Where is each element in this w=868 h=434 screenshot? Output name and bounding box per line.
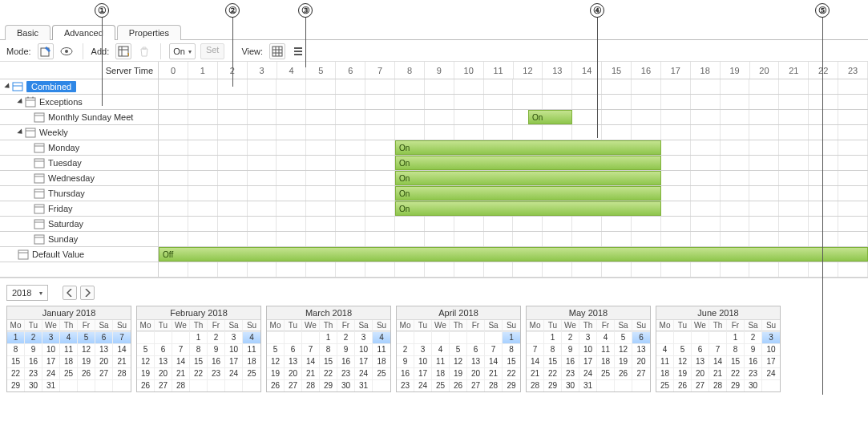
timeline-empty[interactable] bbox=[159, 262, 868, 277]
calendar-day[interactable]: 2 bbox=[337, 331, 355, 343]
calendar-day[interactable]: 15 bbox=[503, 355, 520, 367]
calendar-day[interactable]: 22 bbox=[503, 367, 520, 379]
calendar-day[interactable]: 30 bbox=[562, 379, 579, 391]
calendar-day[interactable]: 22 bbox=[190, 367, 208, 379]
calendar-day[interactable]: 4 bbox=[243, 331, 260, 343]
calendar-day[interactable]: 5 bbox=[137, 343, 155, 355]
calendar-day[interactable]: 6 bbox=[155, 343, 172, 355]
calendar-day[interactable]: 10 bbox=[414, 355, 432, 367]
calendar-day[interactable]: 14 bbox=[113, 343, 131, 355]
bar-monday-on[interactable]: On bbox=[395, 140, 661, 155]
calendar-day[interactable]: 2 bbox=[745, 331, 762, 343]
calendar-day[interactable]: 19 bbox=[674, 367, 692, 379]
calendar-day[interactable]: 31 bbox=[579, 379, 597, 391]
calendar-day[interactable]: 11 bbox=[597, 343, 615, 355]
calendar-day[interactable]: 6 bbox=[467, 343, 485, 355]
calendar-day[interactable]: 27 bbox=[632, 367, 650, 379]
calendar-day[interactable]: 4 bbox=[60, 331, 78, 343]
calendar-day[interactable]: 23 bbox=[397, 379, 414, 391]
calendar-day[interactable]: 8 bbox=[320, 343, 337, 355]
calendar-day[interactable]: 23 bbox=[25, 367, 42, 379]
timeline-combined[interactable] bbox=[159, 79, 868, 94]
next-button[interactable] bbox=[80, 286, 95, 300]
calendar-day[interactable]: 20 bbox=[155, 367, 172, 379]
tree-sunday[interactable]: Sunday bbox=[0, 232, 159, 246]
calendar-day[interactable]: 31 bbox=[42, 379, 60, 391]
tree-monday[interactable]: Monday bbox=[0, 140, 159, 155]
calendar-day[interactable]: 27 bbox=[467, 379, 485, 391]
calendar-day[interactable]: 25 bbox=[243, 367, 260, 379]
timeline-friday[interactable]: On bbox=[159, 201, 868, 216]
calendar-day[interactable]: 5 bbox=[267, 343, 285, 355]
calendar-day[interactable]: 8 bbox=[503, 343, 520, 355]
tree-thursday[interactable]: Thursday bbox=[0, 186, 159, 201]
calendar-day[interactable]: 17 bbox=[355, 355, 373, 367]
calendar-day[interactable]: 28 bbox=[172, 379, 190, 391]
calendar-day[interactable]: 5 bbox=[450, 343, 467, 355]
expand-icon[interactable] bbox=[17, 128, 24, 136]
calendar-day[interactable]: 15 bbox=[7, 355, 25, 367]
calendar-day[interactable]: 9 bbox=[397, 355, 414, 367]
calendar-day[interactable]: 23 bbox=[745, 367, 762, 379]
calendar-day[interactable]: 13 bbox=[692, 355, 709, 367]
year-select[interactable]: 2018 ▾ bbox=[6, 285, 48, 301]
calendar-day[interactable]: 16 bbox=[745, 355, 762, 367]
calendar-day[interactable]: 28 bbox=[485, 379, 503, 391]
prev-button[interactable] bbox=[63, 286, 77, 300]
calendar-day[interactable]: 17 bbox=[762, 355, 780, 367]
calendar-day[interactable]: 4 bbox=[597, 331, 615, 343]
calendar-day[interactable]: 10 bbox=[42, 343, 60, 355]
calendar-day[interactable]: 5 bbox=[674, 343, 692, 355]
calendar-day[interactable]: 9 bbox=[745, 343, 762, 355]
calendar-day[interactable]: 13 bbox=[155, 355, 172, 367]
calendar-day[interactable]: 8 bbox=[7, 343, 25, 355]
calendar-day[interactable]: 15 bbox=[544, 355, 562, 367]
calendar-day[interactable]: 2 bbox=[208, 331, 225, 343]
bar-thursday-on[interactable]: On bbox=[395, 186, 661, 201]
calendar-day[interactable]: 26 bbox=[450, 379, 467, 391]
calendar-day[interactable]: 14 bbox=[485, 355, 503, 367]
calendar-day[interactable]: 22 bbox=[7, 367, 25, 379]
calendar-day[interactable]: 1 bbox=[7, 331, 25, 343]
calendar-day[interactable]: 9 bbox=[25, 343, 42, 355]
tab-advanced[interactable]: Advanced bbox=[52, 25, 115, 40]
calendar-day[interactable]: 21 bbox=[302, 367, 320, 379]
calendar-day[interactable]: 18 bbox=[243, 355, 260, 367]
calendar-day[interactable]: 6 bbox=[692, 343, 709, 355]
calendar-day[interactable]: 26 bbox=[615, 367, 632, 379]
calendar-day[interactable]: 20 bbox=[632, 355, 650, 367]
calendar-day[interactable]: 4 bbox=[373, 331, 390, 343]
calendar-day[interactable]: 18 bbox=[373, 355, 390, 367]
mode-view-icon[interactable] bbox=[59, 43, 75, 59]
calendar-day[interactable]: 1 bbox=[544, 331, 562, 343]
calendar-day[interactable]: 29 bbox=[7, 379, 25, 391]
tree-tuesday[interactable]: Tuesday bbox=[0, 156, 159, 170]
calendar-day[interactable]: 29 bbox=[503, 379, 520, 391]
calendar-day[interactable]: 3 bbox=[414, 343, 432, 355]
calendar-day[interactable]: 30 bbox=[337, 379, 355, 391]
calendar-day[interactable]: 28 bbox=[113, 367, 131, 379]
calendar-day[interactable]: 19 bbox=[450, 367, 467, 379]
bar-monthly-on[interactable]: On bbox=[528, 110, 572, 124]
calendar-day[interactable]: 24 bbox=[42, 367, 60, 379]
calendar-day[interactable]: 12 bbox=[450, 355, 467, 367]
calendar-day[interactable]: 5 bbox=[615, 331, 632, 343]
calendar-day[interactable]: 3 bbox=[579, 331, 597, 343]
calendar-day[interactable]: 17 bbox=[225, 355, 243, 367]
calendar-day[interactable]: 19 bbox=[615, 355, 632, 367]
calendar-day[interactable]: 20 bbox=[467, 367, 485, 379]
calendar-day[interactable]: 25 bbox=[373, 367, 390, 379]
calendar-day[interactable]: 30 bbox=[745, 379, 762, 391]
calendar-day[interactable]: 11 bbox=[243, 343, 260, 355]
calendar-day[interactable]: 17 bbox=[579, 355, 597, 367]
calendar-day[interactable]: 7 bbox=[709, 343, 727, 355]
calendar-day[interactable]: 21 bbox=[527, 367, 544, 379]
calendar-day[interactable]: 26 bbox=[674, 379, 692, 391]
calendar-day[interactable]: 5 bbox=[78, 331, 95, 343]
timeline-tuesday[interactable]: On bbox=[159, 156, 868, 170]
bar-tuesday-on[interactable]: On bbox=[395, 156, 661, 170]
calendar-day[interactable]: 20 bbox=[95, 355, 113, 367]
calendar-day[interactable]: 14 bbox=[302, 355, 320, 367]
calendar-day[interactable]: 25 bbox=[432, 379, 450, 391]
calendar-day[interactable]: 3 bbox=[355, 331, 373, 343]
